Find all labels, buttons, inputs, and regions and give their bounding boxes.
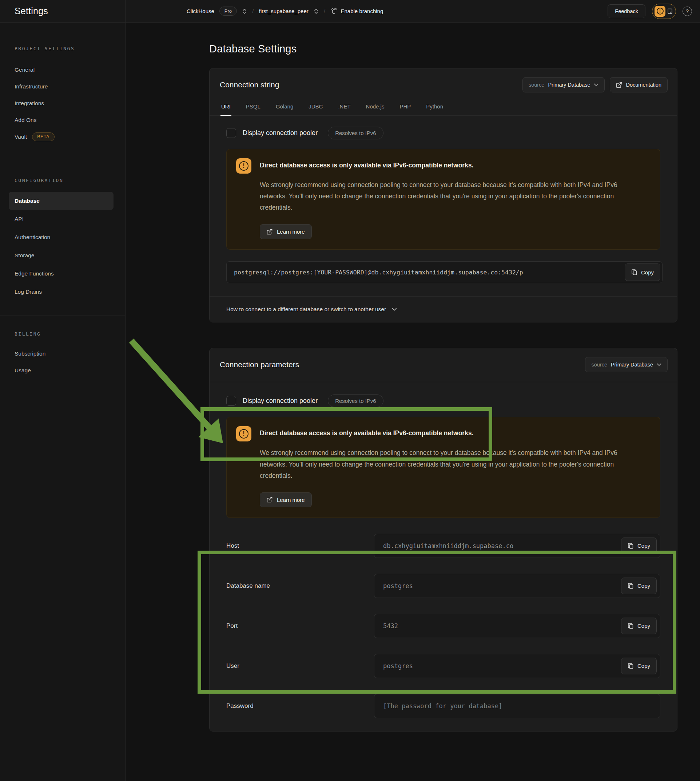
display-pooler-checkbox[interactable]: [226, 128, 236, 138]
copy-database-button[interactable]: Copy: [621, 577, 657, 594]
display-pooler-checkbox[interactable]: [226, 396, 236, 406]
sidebar-item-api[interactable]: API: [0, 210, 118, 228]
source-select[interactable]: source Primary Database: [585, 357, 668, 372]
top-bar: Settings ClickHouse Pro / first_supabase…: [0, 0, 700, 23]
copy-label: Copy: [637, 582, 650, 589]
billing-heading: BILLING: [15, 331, 118, 337]
database-name-value: postgres: [383, 582, 413, 589]
notifications-button[interactable]: !: [652, 3, 676, 19]
database-name-label: Database name: [226, 582, 374, 589]
project-settings-heading: PROJECT SETTINGS: [15, 46, 118, 51]
host-row: Host db.cxhygiuitamxhniiddjm.supabase.co…: [226, 534, 660, 558]
beta-badge: BETA: [32, 132, 55, 141]
connection-parameters-card: Connection parameters source Primary Dat…: [209, 348, 677, 731]
document-icon: [667, 8, 673, 15]
external-link-icon: [267, 229, 273, 235]
sidebar-item-infrastructure[interactable]: Infrastructure: [0, 78, 118, 95]
pooler-toggle-row: Display connection pooler Resolves to IP…: [226, 394, 660, 407]
enable-branching-label: Enable branching: [341, 8, 383, 14]
settings-sidebar: PROJECT SETTINGS General Infrastructure …: [0, 23, 125, 781]
source-label: source: [528, 82, 545, 88]
copy-icon: [628, 582, 634, 589]
connection-uri-input[interactable]: postgresql://postgres:[YOUR-PASSWORD]@db…: [226, 261, 663, 283]
git-branch-icon: [331, 8, 337, 15]
copy-icon: [628, 623, 634, 629]
sidebar-item-log-drains[interactable]: Log Drains: [0, 283, 118, 301]
topbar-actions: Feedback ! ?: [608, 3, 700, 19]
external-link-icon: [267, 497, 273, 502]
tab-python[interactable]: Python: [425, 100, 444, 116]
breadcrumb-project[interactable]: first_supabase_peer: [259, 8, 308, 14]
copy-label: Copy: [637, 623, 650, 629]
plan-badge: Pro: [219, 7, 237, 16]
tab-php[interactable]: PHP: [399, 100, 412, 116]
connection-string-tabs: URI PSQL Golang JDBC .NET Node.js PHP Py…: [210, 100, 677, 116]
connect-help-expander[interactable]: How to connect to a different database o…: [210, 296, 677, 322]
learn-more-button[interactable]: Learn more: [260, 224, 312, 239]
connection-string-header: Connection string source Primary Databas…: [210, 68, 677, 100]
sidebar-item-integrations[interactable]: Integrations: [0, 95, 118, 112]
configuration-heading: CONFIGURATION: [15, 178, 118, 183]
connection-uri-row: postgresql://postgres:[YOUR-PASSWORD]@db…: [226, 261, 663, 283]
chevron-down-icon: [392, 308, 397, 311]
learn-more-button[interactable]: Learn more: [260, 492, 312, 507]
warning-icon: !: [236, 426, 252, 441]
ipv6-warning: ! Direct database access is only availab…: [226, 417, 660, 517]
copy-port-button[interactable]: Copy: [621, 617, 657, 634]
enable-branching-button[interactable]: Enable branching: [331, 8, 383, 15]
sidebar-item-add-ons[interactable]: Add Ons: [0, 112, 118, 128]
sidebar-item-database[interactable]: Database: [9, 192, 113, 210]
user-row: User postgres Copy: [226, 654, 660, 678]
help-icon[interactable]: ?: [683, 7, 692, 16]
sidebar-item-subscription[interactable]: Subscription: [0, 345, 118, 362]
port-label: Port: [226, 622, 374, 629]
ipv6-badge: Resolves to IPv6: [328, 127, 383, 139]
documentation-button[interactable]: Documentation: [610, 77, 668, 92]
source-label: source: [591, 362, 607, 367]
ipv6-badge: Resolves to IPv6: [328, 394, 383, 407]
password-row: Password [The password for your database…: [226, 694, 660, 718]
connection-parameters-header: Connection parameters source Primary Dat…: [210, 348, 677, 382]
warning-body: We strongly recommend using connection p…: [260, 179, 627, 213]
password-placeholder: [The password for your database]: [383, 703, 502, 710]
port-input[interactable]: 5432 Copy: [374, 614, 660, 638]
source-select[interactable]: source Primary Database: [522, 77, 605, 92]
tab-nodejs[interactable]: Node.js: [365, 100, 385, 116]
sidebar-item-storage[interactable]: Storage: [0, 246, 118, 265]
password-input[interactable]: [The password for your database]: [374, 694, 660, 718]
settings-header: Settings: [0, 0, 125, 22]
copy-uri-button[interactable]: Copy: [625, 264, 660, 281]
connection-parameters-title: Connection parameters: [220, 360, 299, 369]
external-link-icon: [616, 82, 622, 88]
database-name-input[interactable]: postgres Copy: [374, 574, 660, 598]
display-pooler-label: Display connection pooler: [243, 397, 318, 405]
warning-icon: !: [236, 158, 252, 174]
project-settings-section: PROJECT SETTINGS General Infrastructure …: [0, 23, 125, 145]
tab-jdbc[interactable]: JDBC: [308, 100, 323, 116]
sidebar-item-usage[interactable]: Usage: [0, 362, 118, 379]
tab-golang[interactable]: Golang: [275, 100, 294, 116]
chevron-down-icon: [594, 83, 598, 87]
connection-string-card: Connection string source Primary Databas…: [209, 68, 677, 322]
tab-dotnet[interactable]: .NET: [337, 100, 351, 116]
org-selector-icon[interactable]: [242, 8, 247, 14]
sidebar-item-vault[interactable]: Vault BETA: [0, 128, 118, 145]
copy-host-button[interactable]: Copy: [621, 537, 657, 554]
documentation-label: Documentation: [626, 82, 662, 88]
feedback-button[interactable]: Feedback: [608, 4, 645, 18]
warning-title: Direct database access is only available…: [260, 158, 474, 169]
database-name-row: Database name postgres Copy: [226, 574, 660, 598]
project-selector-icon[interactable]: [313, 8, 319, 14]
tab-uri[interactable]: URI: [220, 100, 232, 116]
copy-user-button[interactable]: Copy: [621, 658, 657, 674]
copy-icon: [628, 663, 634, 669]
sidebar-item-edge-functions[interactable]: Edge Functions: [0, 265, 118, 283]
breadcrumb-org[interactable]: ClickHouse: [187, 8, 214, 14]
sidebar-item-general[interactable]: General: [0, 62, 118, 78]
tab-psql[interactable]: PSQL: [245, 100, 261, 116]
user-input[interactable]: postgres Copy: [374, 654, 660, 678]
breadcrumb-separator: /: [252, 8, 254, 15]
host-input[interactable]: db.cxhygiuitamxhniiddjm.supabase.co Copy: [374, 534, 660, 558]
sidebar-item-authentication[interactable]: Authentication: [0, 228, 118, 246]
user-value: postgres: [383, 663, 413, 670]
